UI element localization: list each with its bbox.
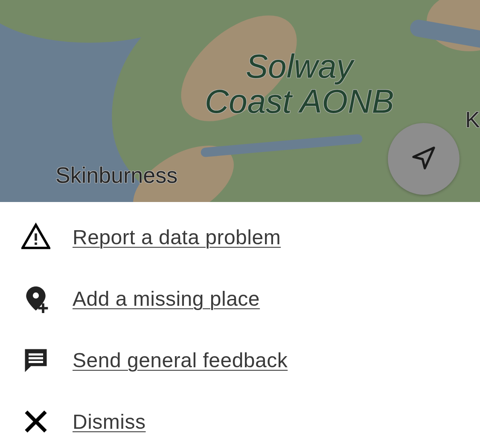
- svg-rect-7: [29, 361, 43, 363]
- menu-item-label: Report a data problem: [73, 225, 281, 249]
- svg-point-2: [33, 293, 39, 299]
- menu-item-report-data-problem[interactable]: Report a data problem: [0, 206, 480, 268]
- map-label-aonb: Solway Coast AONB: [205, 49, 394, 119]
- chat-lines-icon: [21, 346, 73, 375]
- warning-triangle-icon: [21, 223, 73, 252]
- svg-rect-4: [38, 307, 48, 310]
- svg-rect-6: [29, 357, 43, 359]
- menu-item-label: Add a missing place: [73, 287, 260, 310]
- menu-item-send-feedback[interactable]: Send general feedback: [0, 329, 480, 391]
- map-label-edge: K: [465, 107, 480, 132]
- svg-rect-5: [29, 353, 43, 355]
- menu-item-label: Send general feedback: [73, 348, 288, 372]
- menu-item-dismiss[interactable]: Dismiss: [0, 391, 480, 448]
- feedback-menu: Report a data problem Add a missing plac…: [0, 202, 480, 448]
- menu-item-add-missing-place[interactable]: Add a missing place: [0, 268, 480, 329]
- pin-plus-icon: [21, 284, 73, 313]
- svg-rect-1: [35, 243, 37, 245]
- svg-rect-0: [35, 234, 37, 241]
- my-location-button[interactable]: [388, 123, 460, 195]
- map-area[interactable]: Solway Coast AONB Skinburness K: [0, 0, 480, 202]
- menu-item-label: Dismiss: [73, 410, 145, 433]
- map-label-town: Skinburness: [55, 162, 177, 188]
- close-icon: [21, 407, 73, 436]
- navigation-arrow-icon: [410, 144, 437, 173]
